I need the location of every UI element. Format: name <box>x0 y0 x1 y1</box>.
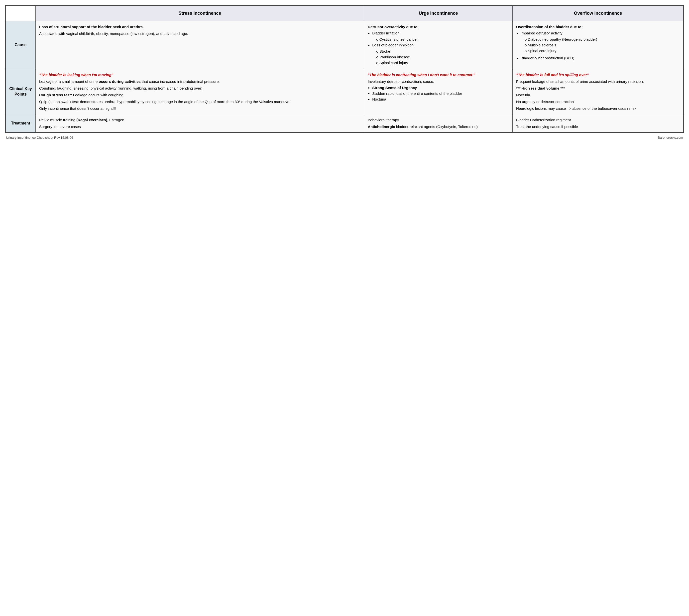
clinical-stress-para1: Leakage of a small amount of urine occur… <box>39 79 360 84</box>
treatment-label: Treatment <box>6 114 36 132</box>
footer-left: Urinary Incontinence Cheatsheet Rev.15.0… <box>6 135 73 140</box>
header-urge: Urge Incontinence <box>364 6 513 21</box>
clinical-stress-para3: Cough stress test: Leakage occurs with c… <box>39 92 360 97</box>
list-item: Strong Sense of Urgency <box>372 85 509 90</box>
treatment-overflow: Bladder Catheterization regiment Treat t… <box>513 114 684 132</box>
treatment-urge-line1: Behavioral therapy <box>368 117 509 123</box>
footer: Urinary Incontinence Cheatsheet Rev.15.0… <box>5 134 684 141</box>
cause-urge-sublist-1: Stroke Parkinson disease Spinal cord inj… <box>376 49 509 65</box>
cause-stress: Loss of structural support of the bladde… <box>36 21 364 69</box>
list-item: Bladder irritation Cystitis, stones, can… <box>372 30 509 42</box>
clinical-overflow: "The bladder is full and it's spilling o… <box>513 69 684 114</box>
treatment-stress-line2: Surgery for severe cases <box>39 124 360 129</box>
clinical-urge-quote: "The bladder is contracting when I don't… <box>368 72 509 78</box>
header-empty <box>6 6 36 21</box>
clinical-overflow-quote: "The bladder is full and it's spilling o… <box>516 72 680 78</box>
clinical-urge-intro: Involuntary detrusor contractions cause: <box>368 79 509 84</box>
clinical-overflow-para3: Nocturia <box>516 92 680 97</box>
clinical-stress-para2: Coughing, laughing, sneezing, physical a… <box>39 86 360 91</box>
cause-urge: Detrusor overactivity due to: Bladder ir… <box>364 21 513 69</box>
treatment-overflow-line2: Treat the underlying cause if possible <box>516 124 680 129</box>
list-item: Impaired detrusor activity Diabetic neur… <box>520 30 680 53</box>
footer-right: Baronerocks.com <box>658 135 683 140</box>
list-item: Multiple sclerosis <box>525 42 680 48</box>
clinical-overflow-para2: *** High residual volume *** <box>516 86 680 91</box>
treatment-urge-line2: Anticholinergic bladder relaxant agents … <box>368 124 509 129</box>
list-item: Parkinson disease <box>376 54 509 60</box>
cause-overflow: Overdistension of the bladder due to: Im… <box>513 21 684 69</box>
clinical-overflow-para1: Frequent leakage of small amounts of uri… <box>516 79 680 84</box>
cause-label: Cause <box>6 21 36 69</box>
list-item: Sudden rapid loss of the entire contents… <box>372 91 509 96</box>
clinical-row: Clinical Key Points "The bladder is leak… <box>6 69 684 114</box>
cause-urge-sublist-0: Cystitis, stones, cancer <box>376 37 509 42</box>
header-stress: Stress Incontinence <box>36 6 364 21</box>
clinical-stress: "The bladder is leaking when I'm moving"… <box>36 69 364 114</box>
list-item: Spinal cord injury <box>525 48 680 53</box>
cause-stress-body: Associated with vaginal childbirth, obes… <box>39 31 360 36</box>
list-item: Cystitis, stones, cancer <box>376 37 509 42</box>
clinical-urge: "The bladder is contracting when I don't… <box>364 69 513 114</box>
treatment-row: Treatment Pelvic muscle training (Kegal … <box>6 114 684 132</box>
cause-overflow-sublist-0: Diabetic neuropathy (Neurogenic bladder)… <box>525 37 680 53</box>
list-item: Stroke <box>376 49 509 54</box>
list-item: Loss of bladder inhibition Stroke Parkin… <box>372 42 509 65</box>
cause-urge-list: Bladder irritation Cystitis, stones, can… <box>372 30 509 65</box>
clinical-stress-para5: Only incontinence that doesn't occur at … <box>39 106 360 111</box>
clinical-stress-para4: Q-tip (cotton swab) test: demonstrates u… <box>39 99 360 104</box>
header-row: Stress Incontinence Urge Incontinence Ov… <box>6 6 684 21</box>
list-item: Diabetic neuropathy (Neurogenic bladder) <box>525 37 680 42</box>
treatment-stress-line1: Pelvic muscle training (Kegal exercises)… <box>39 117 360 123</box>
cause-overflow-list: Impaired detrusor activity Diabetic neur… <box>520 30 680 61</box>
header-overflow: Overflow Incontinence <box>513 6 684 21</box>
clinical-label: Clinical Key Points <box>6 69 36 114</box>
cause-overflow-intro: Overdistension of the bladder due to: <box>516 24 680 29</box>
clinical-overflow-para5: Neurologic lesions may cause => absence … <box>516 106 680 111</box>
cause-stress-bold: Loss of structural support of the bladde… <box>39 24 360 29</box>
cause-row: Cause Loss of structural support of the … <box>6 21 684 69</box>
list-item: Nocturia <box>372 96 509 102</box>
cause-urge-intro: Detrusor overactivity due to: <box>368 24 509 29</box>
clinical-stress-quote: "The bladder is leaking when I'm moving" <box>39 72 360 78</box>
list-item: Spinal cord injury <box>376 60 509 65</box>
list-item: Bladder outlet obstruction (BPH) <box>520 56 680 61</box>
treatment-stress: Pelvic muscle training (Kegal exercises)… <box>36 114 364 132</box>
treatment-urge: Behavioral therapy Anticholinergic bladd… <box>364 114 513 132</box>
clinical-urge-list: Strong Sense of Urgency Sudden rapid los… <box>372 85 509 102</box>
main-table-container: Stress Incontinence Urge Incontinence Ov… <box>5 5 684 133</box>
clinical-overflow-para4: No urgency or detrusor contraction <box>516 99 680 104</box>
treatment-overflow-line1: Bladder Catheterization regiment <box>516 117 680 123</box>
